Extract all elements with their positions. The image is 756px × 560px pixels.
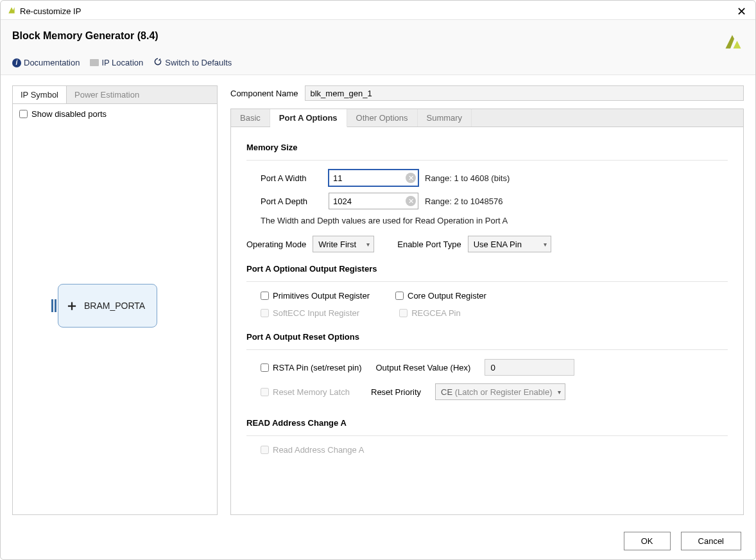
port-a-width-input[interactable] bbox=[329, 170, 418, 186]
folder-icon bbox=[90, 59, 99, 66]
regcea-pin-checkbox: REGCEA Pin bbox=[399, 308, 461, 318]
port-bars-icon bbox=[51, 299, 56, 312]
show-disabled-ports-label: Show disabled ports bbox=[31, 109, 107, 119]
read-address-heading: READ Address Change A bbox=[246, 418, 728, 428]
enable-port-type-label: Enable Port Type bbox=[397, 240, 461, 249]
output-reset-value-input[interactable] bbox=[485, 359, 574, 376]
memory-size-heading: Memory Size bbox=[246, 143, 728, 152]
memory-size-note: The Width and Depth values are used for … bbox=[261, 216, 728, 225]
tab-power-estimation[interactable]: Power Estimation bbox=[67, 86, 147, 103]
chevron-down-icon: ▾ bbox=[544, 241, 547, 248]
port-a-depth-input[interactable] bbox=[329, 193, 418, 209]
regcea-pin-input bbox=[399, 309, 408, 317]
operating-mode-label: Operating Mode bbox=[246, 240, 306, 249]
window-title: Re-customize IP bbox=[20, 6, 734, 16]
reset-priority-hint: (Latch or Register Enable) bbox=[455, 387, 553, 397]
dialog-window: Re-customize IP ✕ Block Memory Generator… bbox=[0, 0, 756, 560]
app-icon bbox=[7, 6, 16, 17]
documentation-label: Documentation bbox=[24, 58, 80, 67]
close-icon[interactable]: ✕ bbox=[734, 4, 749, 19]
config-panel: Component Name Basic Port A Options Othe… bbox=[230, 85, 744, 515]
info-icon: i bbox=[12, 58, 21, 67]
documentation-link[interactable]: i Documentation bbox=[12, 58, 80, 67]
operating-mode-value: Write First bbox=[318, 240, 356, 249]
chevron-down-icon: ▾ bbox=[558, 389, 561, 396]
read-address-change-input bbox=[261, 446, 269, 454]
reset-priority-label: Reset Priority bbox=[371, 387, 421, 397]
rsta-pin-input[interactable] bbox=[261, 363, 269, 372]
reset-priority-select: CE (Latch or Register Enable) ▾ bbox=[435, 383, 565, 400]
bram-block[interactable]: ＋ BRAM_PORTA bbox=[51, 284, 157, 328]
read-address-change-label: Read Address Change A bbox=[273, 445, 364, 455]
tab-ip-symbol[interactable]: IP Symbol bbox=[13, 86, 67, 103]
core-output-register-input[interactable] bbox=[395, 292, 404, 300]
reset-memory-latch-checkbox: Reset Memory Latch bbox=[261, 387, 357, 397]
softecc-input-register-checkbox: SoftECC Input Register bbox=[261, 308, 359, 318]
enable-port-type-value: Use ENA Pin bbox=[474, 240, 522, 249]
expand-icon[interactable]: ＋ bbox=[65, 296, 79, 315]
rsta-pin-label: RSTA Pin (set/reset pin) bbox=[273, 363, 361, 372]
reset-priority-value: CE bbox=[441, 387, 452, 397]
dialog-footer: OK Cancel bbox=[1, 523, 755, 559]
reset-memory-latch-input bbox=[261, 388, 269, 396]
header: Block Memory Generator (8.4) i Documenta… bbox=[1, 20, 755, 75]
show-disabled-ports-checkbox[interactable]: Show disabled ports bbox=[19, 109, 210, 119]
ip-symbol-panel: IP Symbol Power Estimation Show disabled… bbox=[12, 85, 218, 515]
optional-registers-heading: Port A Optional Output Registers bbox=[246, 264, 728, 274]
component-name-input[interactable] bbox=[305, 85, 744, 101]
primitives-output-register-checkbox[interactable]: Primitives Output Register bbox=[261, 291, 370, 301]
show-disabled-ports-input[interactable] bbox=[19, 110, 28, 118]
port-a-width-label: Port A Width bbox=[261, 173, 322, 183]
tab-basic[interactable]: Basic bbox=[231, 109, 270, 127]
refresh-icon bbox=[153, 57, 162, 68]
main-tabs: Basic Port A Options Other Options Summa… bbox=[231, 109, 743, 127]
chevron-down-icon: ▾ bbox=[366, 241, 370, 248]
ip-location-link[interactable]: IP Location bbox=[90, 58, 143, 67]
page-title: Block Memory Generator (8.4) bbox=[12, 30, 721, 42]
core-output-register-label: Core Output Register bbox=[408, 291, 486, 301]
titlebar: Re-customize IP ✕ bbox=[1, 1, 755, 20]
port-a-width-hint: Range: 1 to 4608 (bits) bbox=[425, 173, 510, 183]
tab-other-options[interactable]: Other Options bbox=[347, 109, 418, 127]
softecc-input-register-label: SoftECC Input Register bbox=[273, 308, 359, 318]
primitives-output-register-label: Primitives Output Register bbox=[273, 291, 370, 301]
output-reset-heading: Port A Output Reset Options bbox=[246, 332, 728, 342]
switch-defaults-link[interactable]: Switch to Defaults bbox=[153, 57, 232, 68]
operating-mode-select[interactable]: Write First ▾ bbox=[313, 236, 374, 252]
tab-port-a-options[interactable]: Port A Options bbox=[270, 109, 347, 127]
bram-port-label: BRAM_PORTA bbox=[84, 301, 145, 311]
core-output-register-checkbox[interactable]: Core Output Register bbox=[395, 291, 486, 301]
output-reset-value-label: Output Reset Value (Hex) bbox=[375, 363, 470, 372]
read-address-change-checkbox: Read Address Change A bbox=[261, 445, 728, 455]
component-name-label: Component Name bbox=[230, 89, 298, 98]
reset-memory-latch-label: Reset Memory Latch bbox=[273, 387, 350, 397]
clear-icon[interactable]: ✕ bbox=[406, 196, 416, 206]
primitives-output-register-input[interactable] bbox=[261, 292, 269, 300]
port-a-depth-hint: Range: 2 to 1048576 bbox=[425, 197, 503, 206]
clear-icon[interactable]: ✕ bbox=[406, 173, 416, 183]
enable-port-type-select[interactable]: Use ENA Pin ▾ bbox=[468, 236, 551, 252]
rsta-pin-checkbox[interactable]: RSTA Pin (set/reset pin) bbox=[261, 363, 361, 372]
left-tabs: IP Symbol Power Estimation bbox=[13, 86, 217, 104]
brand-logo-icon bbox=[721, 30, 744, 53]
cancel-button[interactable]: Cancel bbox=[681, 532, 741, 550]
switch-defaults-label: Switch to Defaults bbox=[165, 58, 232, 67]
tab-summary[interactable]: Summary bbox=[418, 109, 472, 127]
ok-button[interactable]: OK bbox=[624, 532, 671, 550]
port-a-depth-label: Port A Depth bbox=[261, 197, 322, 206]
ip-location-label: IP Location bbox=[101, 58, 143, 67]
softecc-input-register-input bbox=[261, 309, 269, 317]
regcea-pin-label: REGCEA Pin bbox=[411, 308, 461, 318]
